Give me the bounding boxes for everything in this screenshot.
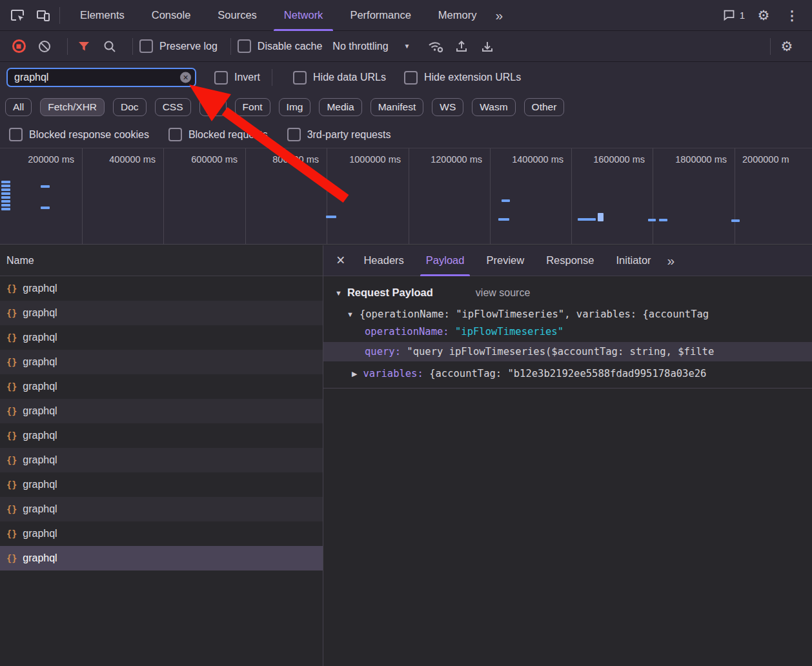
collapse-section-icon[interactable]: ▼ xyxy=(335,289,342,297)
request-row[interactable]: {}graphql xyxy=(0,497,323,521)
record-network-log-button[interactable] xyxy=(9,37,28,56)
tab-network[interactable]: Network xyxy=(270,0,337,31)
timeline-activity-bar xyxy=(41,207,50,209)
tab-elements[interactable]: Elements xyxy=(66,0,138,31)
hide-extension-urls-option[interactable]: Hide extension URLs xyxy=(404,71,521,85)
hide-data-urls-option[interactable]: Hide data URLs xyxy=(293,71,386,85)
requests-pane: Name {}graphql {}graphql {}graphql {}gra… xyxy=(0,245,323,666)
json-braces-icon: {} xyxy=(6,479,17,490)
timeline-activity-bar xyxy=(498,218,509,221)
request-row[interactable]: {}graphql xyxy=(0,399,323,423)
request-row[interactable]: {}graphql xyxy=(0,423,323,448)
tab-console[interactable]: Console xyxy=(138,0,205,31)
invert-checkbox[interactable] xyxy=(214,71,228,85)
search-icon[interactable] xyxy=(100,37,119,56)
toolbar-divider xyxy=(59,7,60,24)
json-braces-icon: {} xyxy=(6,553,17,563)
tab-payload[interactable]: Payload xyxy=(415,245,476,276)
filter-chip-media[interactable]: Media xyxy=(319,98,361,116)
filter-chip-js[interactable]: JS xyxy=(199,98,227,116)
tab-performance[interactable]: Performance xyxy=(336,0,424,31)
timeline-activity-bar xyxy=(1,181,10,183)
disable-cache-checkbox[interactable] xyxy=(238,39,251,53)
clear-filter-icon[interactable]: × xyxy=(180,72,191,83)
payload-root-node[interactable]: ▼ {operationName: "ipFlowTimeseries", va… xyxy=(347,308,812,320)
filter-funnel-icon[interactable] xyxy=(74,37,94,56)
network-toolbar: Preserve log Disable cache No throttling… xyxy=(0,31,812,62)
payload-operation-name-line[interactable]: operationName: "ipFlowTimeseries" xyxy=(365,326,812,338)
filter-chip-wasm[interactable]: Wasm xyxy=(472,98,515,116)
request-row[interactable]: {}graphql xyxy=(0,521,323,546)
third-party-checkbox[interactable] xyxy=(287,128,301,141)
device-toolbar-icon[interactable] xyxy=(34,6,53,25)
request-row-selected[interactable]: {}graphql xyxy=(0,546,323,570)
expand-node-icon[interactable]: ▶ xyxy=(352,370,357,378)
issues-message-icon[interactable]: 1 xyxy=(722,6,745,25)
settings-gear-icon[interactable]: ⚙ xyxy=(754,6,773,25)
blocked-requests-option[interactable]: Blocked requests xyxy=(168,128,268,141)
tab-initiator[interactable]: Initiator xyxy=(605,245,662,276)
preserve-log-label: Preserve log xyxy=(159,41,218,52)
throttling-dropdown[interactable]: No throttling ▼ xyxy=(332,41,410,52)
extra-filter-options: Blocked response cookies Blocked request… xyxy=(0,121,812,148)
filter-chip-img[interactable]: Img xyxy=(279,98,311,116)
collapse-node-icon[interactable]: ▼ xyxy=(347,310,354,318)
toolbar-divider xyxy=(272,69,272,86)
request-row[interactable]: {}graphql xyxy=(0,276,323,301)
hide-extension-urls-checkbox[interactable] xyxy=(404,71,418,85)
hide-data-urls-checkbox[interactable] xyxy=(293,71,307,85)
request-row[interactable]: {}graphql xyxy=(0,301,323,325)
filter-chip-all[interactable]: All xyxy=(5,98,32,116)
request-row[interactable]: {}graphql xyxy=(0,374,323,399)
tab-memory[interactable]: Memory xyxy=(425,0,491,31)
blocked-requests-label: Blocked requests xyxy=(188,129,268,141)
customize-menu-icon[interactable]: ⋮ xyxy=(780,6,804,25)
timeline-gridline xyxy=(571,148,572,244)
close-details-icon[interactable]: × xyxy=(336,253,345,268)
network-filter-input[interactable] xyxy=(6,68,196,87)
filter-chip-ws[interactable]: WS xyxy=(432,98,463,116)
disable-cache-option[interactable]: Disable cache xyxy=(238,39,323,53)
export-har-icon[interactable] xyxy=(478,37,497,56)
preserve-log-option[interactable]: Preserve log xyxy=(139,39,218,53)
more-detail-tabs-icon[interactable]: » xyxy=(662,253,680,268)
preserve-log-checkbox[interactable] xyxy=(139,39,153,53)
timeline-activity-bar xyxy=(731,219,740,222)
filter-chip-css[interactable]: CSS xyxy=(155,98,191,116)
filter-chip-manifest[interactable]: Manifest xyxy=(370,98,424,116)
import-har-icon[interactable] xyxy=(452,37,471,56)
more-tabs-icon[interactable]: » xyxy=(490,8,508,23)
view-source-link[interactable]: view source xyxy=(476,287,530,299)
blocked-cookies-option[interactable]: Blocked response cookies xyxy=(9,128,149,141)
request-row[interactable]: {}graphql xyxy=(0,448,323,472)
tab-preview[interactable]: Preview xyxy=(475,245,535,276)
payload-query-line-highlighted[interactable]: query: "query ipFlowTimeseries($accountT… xyxy=(323,342,812,361)
record-icon xyxy=(12,39,26,53)
third-party-option[interactable]: 3rd-party requests xyxy=(287,128,391,141)
payload-variables-line[interactable]: ▶ variables: {accountTag: "b12e3b2192ee5… xyxy=(323,365,812,383)
timeline-gridline xyxy=(409,148,409,244)
network-overview-timeline[interactable]: 200000 ms 400000 ms 600000 ms 800000 ms … xyxy=(0,148,812,245)
filter-chip-doc[interactable]: Doc xyxy=(113,98,147,116)
request-row[interactable]: {}graphql xyxy=(0,350,323,374)
tab-response[interactable]: Response xyxy=(535,245,605,276)
request-row[interactable]: {}graphql xyxy=(0,472,323,497)
clear-network-log-icon[interactable] xyxy=(35,37,54,56)
network-conditions-icon[interactable] xyxy=(426,37,445,56)
blocked-cookies-checkbox[interactable] xyxy=(9,128,23,141)
payload-root-preview: {operationName: "ipFlowTimeseries", vari… xyxy=(360,308,709,320)
timeline-label: 800000 ms xyxy=(247,154,319,165)
filter-chip-font[interactable]: Font xyxy=(235,98,270,116)
invert-filter-option[interactable]: Invert xyxy=(214,71,260,85)
payload-panel: ▼ Request Payload view source ▼ {operati… xyxy=(323,287,812,388)
inspect-element-icon[interactable] xyxy=(8,6,27,25)
network-settings-gear-icon[interactable]: ⚙ xyxy=(777,37,797,56)
name-column-header[interactable]: Name xyxy=(0,245,323,276)
filter-chip-fetch-xhr[interactable]: Fetch/XHR xyxy=(40,98,105,116)
tab-sources[interactable]: Sources xyxy=(204,0,270,31)
tab-headers[interactable]: Headers xyxy=(352,245,414,276)
timeline-activity-bar xyxy=(578,218,596,221)
request-row[interactable]: {}graphql xyxy=(0,325,323,350)
blocked-requests-checkbox[interactable] xyxy=(168,128,182,141)
filter-chip-other[interactable]: Other xyxy=(524,98,565,116)
